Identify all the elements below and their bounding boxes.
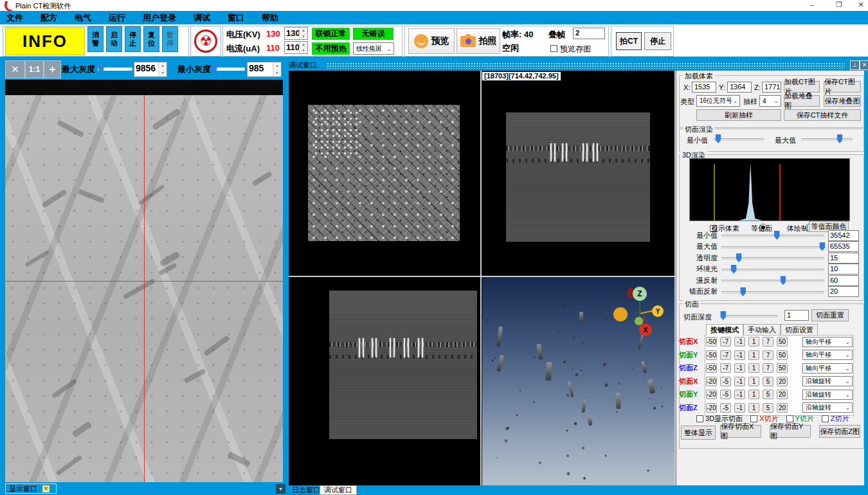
slice-render-max-slider[interactable] [797,134,856,143]
step-button-slice-y-move-4[interactable]: 7 [763,350,773,360]
info-button[interactable]: INFO [5,27,85,55]
close-button[interactable]: ✕ [851,0,868,10]
step-button-slice-x-rotate-4[interactable]: 5 [763,377,773,386]
slider-value-ambient-light[interactable]: 10 [828,264,859,274]
slider-thumb[interactable] [716,134,721,143]
step-button-slice-y-rotate-5[interactable]: 20 [777,390,788,399]
slider-thumb[interactable] [731,265,737,274]
step-button-slice-y-move-1[interactable]: -7 [720,350,731,360]
step-button-slice-x-rotate-3[interactable]: 1 [748,377,759,386]
slider-ambient-light[interactable] [721,265,824,274]
mode-select-slice-z-move[interactable]: 轴向平移 [802,363,853,374]
stop-ct-button[interactable]: 停止 [644,32,671,50]
menu-item-user-login[interactable]: 用户登录 [143,12,176,24]
step-button-slice-x-move-3[interactable]: 1 [748,337,759,346]
slider-value-max-value[interactable]: 65535 [828,241,859,252]
save-ct-sample-button[interactable]: 保存CT抽样文件 [784,109,861,121]
slider-min-value[interactable] [721,231,824,240]
menu-item-recipe[interactable]: 配方 [41,12,57,24]
spin-up-icon[interactable] [300,28,307,33]
slider-diffuse[interactable] [721,276,824,285]
step-button-slice-y-rotate-3[interactable]: 1 [748,390,759,399]
step-button-slice-z-rotate-5[interactable]: 20 [777,403,788,413]
mode-select-slice-z-rotate[interactable]: 沿轴旋转 [802,402,853,413]
slider-thumb[interactable] [736,253,742,262]
histogram-max-marker[interactable] [779,164,781,221]
stack-frames-input[interactable]: 2 [573,28,605,39]
step-button-slice-z-move-1[interactable]: -7 [720,363,731,373]
step-button-slice-y-move-0[interactable]: -50 [706,350,717,360]
spinner-arrows[interactable] [273,62,281,76]
axis-y-handle[interactable]: Y [652,305,664,317]
spinner-arrows[interactable] [158,62,167,76]
show-all-button[interactable]: 整体显示 [681,426,716,440]
step-button-slice-y-rotate-1[interactable]: -5 [720,390,731,399]
slider-value-specular[interactable]: 20 [828,286,859,297]
menu-item-run[interactable]: 运行 [109,12,125,24]
z-slice-checkbox[interactable] [822,415,829,422]
tab-list-dropdown-button[interactable]: ▼ [276,484,285,494]
step-button-slice-y-rotate-0[interactable]: -20 [706,390,717,399]
slice-depth-input[interactable]: 1 [784,310,809,321]
spinner-arrows[interactable] [299,42,307,53]
slider-max-value[interactable] [721,242,824,251]
slider-thumb[interactable] [212,64,217,73]
step-button-slice-x-move-1[interactable]: -7 [720,337,731,346]
step-button-slice-z-move-4[interactable]: 7 [763,363,773,373]
spin-up-icon[interactable] [159,62,167,69]
histogram-min-marker[interactable] [714,164,715,221]
min-gray-spinner[interactable]: 985 [247,62,282,77]
save-slice-z-button[interactable]: 保存切面Z图 [819,425,860,438]
max-gray-slider[interactable] [98,62,132,77]
slice-render-min-slider[interactable] [709,134,768,143]
voxel-type-select[interactable]: 16位无符号 [696,95,740,107]
preview-button[interactable]: 预览 [408,28,455,54]
slider-thumb[interactable] [720,311,726,320]
slider-thumb[interactable] [774,231,780,240]
step-button-slice-z-rotate-2[interactable]: -1 [734,403,745,413]
mode-select-slice-x-move[interactable]: 轴向平移 [802,337,853,347]
load-stack-button[interactable]: 加载堆叠图 [784,95,820,107]
shoot-ct-button[interactable]: 拍CT [616,32,642,50]
mode-select-slice-y-rotate[interactable]: 沿轴旋转 [802,390,853,400]
current-setpoint-spinner[interactable]: 110 [284,41,308,54]
crosshair-icon[interactable]: ＋ [44,60,61,78]
refresh-sample-button[interactable]: 刷新抽样 [696,109,781,121]
slider-thumb[interactable] [98,64,104,73]
slice-reset-button[interactable]: 切面重置 [811,309,849,321]
dock-close-icon[interactable]: ✕ [860,60,868,70]
save-stack-button[interactable]: 保存堆叠图 [824,95,861,107]
mode-select-slice-y-move[interactable]: 轴向平移 [802,350,853,360]
photo-button[interactable]: 拍照 [457,28,500,54]
save-slice-y-button[interactable]: 保存切面Y图 [770,425,811,438]
step-button-slice-z-move-2[interactable]: -1 [734,363,745,373]
xray-on-button[interactable]: ☢ [190,26,221,57]
step-button-slice-x-rotate-2[interactable]: -1 [734,377,745,386]
ct-slice-yz-view[interactable] [329,291,477,439]
step-button-slice-x-rotate-1[interactable]: -5 [720,377,731,386]
fit-view-icon[interactable]: ✕ [5,60,25,78]
reset-button[interactable]: 复位 [143,26,159,52]
spinner-arrows[interactable] [299,28,307,39]
step-button-slice-y-rotate-2[interactable]: -1 [734,390,745,399]
step-button-slice-x-move-0[interactable]: -50 [706,337,717,346]
step-button-slice-y-move-5[interactable]: 50 [777,350,788,360]
focus-mode-select[interactable]: 线性焦斑 [353,42,394,55]
restore-button[interactable]: ❐ [829,0,849,10]
menu-item-electrical[interactable]: 电气 [75,12,91,24]
spin-up-icon[interactable] [300,42,307,48]
step-button-slice-z-rotate-0[interactable]: -20 [706,403,717,413]
save-ct-image-button[interactable]: 保存CT图片 [824,81,861,93]
step-button-slice-z-move-3[interactable]: 1 [748,363,759,373]
transfer-function-histogram[interactable] [689,158,850,221]
menu-item-window[interactable]: 窗口 [228,12,244,24]
spin-down-icon[interactable] [300,48,307,53]
save-slice-x-button[interactable]: 保存切面X图 [720,425,761,438]
minimize-button[interactable]: – [802,0,822,10]
step-button-slice-z-move-0[interactable]: -50 [706,363,717,373]
slider-thumb[interactable] [819,242,825,251]
radiograph-viewport[interactable] [5,80,283,482]
step-button-slice-x-move-4[interactable]: 7 [763,337,773,346]
sample-rate-select[interactable]: 4 [759,95,781,107]
step-button-slice-x-move-5[interactable]: 50 [777,337,788,346]
